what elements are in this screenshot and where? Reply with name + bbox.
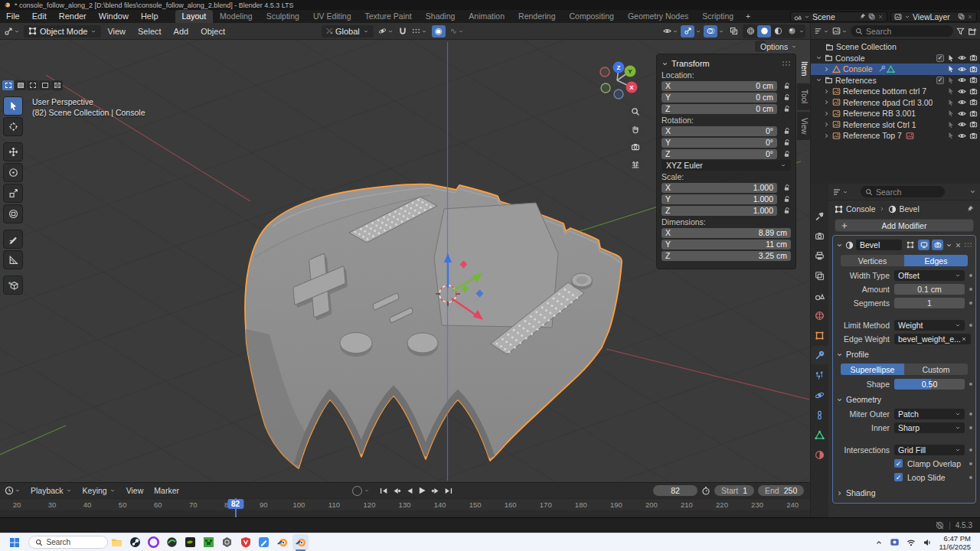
row-reference-bottom[interactable]: Reference bottom ctrl 7 [811,86,980,97]
scene-selector[interactable]: Scene [790,11,887,22]
collapse-icon[interactable] [836,242,843,249]
location-x-field[interactable]: X0 cm [662,81,777,91]
current-frame-badge[interactable]: 82 [227,499,243,509]
pin-icon[interactable] [966,205,974,213]
modifier-name-field[interactable]: Bevel [856,240,902,250]
filter-funnel-icon[interactable] [956,27,965,35]
clamp-overlap-checkbox[interactable]: ✓ [894,459,903,468]
collapse-icon[interactable] [662,60,668,67]
shading-rendered-button[interactable] [785,25,799,37]
hide-eye-icon[interactable] [958,109,966,118]
timeline-editor[interactable]: Playback Keying View Marker 82 Start1 En… [0,482,810,517]
realtime-toggle[interactable] [918,240,929,250]
tool-select-box[interactable] [3,96,23,116]
lock-icon[interactable] [783,195,791,203]
tool-measure[interactable] [3,250,23,269]
row-reference-rb[interactable]: Reference RB 3.001 [811,108,980,119]
axis-neg-x-ball[interactable] [600,67,609,77]
viewlayer-selector[interactable]: ViewLayer [890,11,977,22]
tab-shading[interactable]: Shading [419,10,462,23]
tool-scale[interactable] [3,184,23,203]
add-modifier-button[interactable]: Add Modifier [835,219,974,232]
miter-outer-dropdown[interactable]: Patch [894,409,965,419]
row-console-collection[interactable]: Console ✓ [811,53,980,64]
snap-target-selector[interactable] [412,27,427,35]
wifi-icon[interactable] [906,538,916,547]
render-camera-icon[interactable] [969,76,978,84]
hide-eye-icon[interactable] [958,87,966,96]
chevron-right-icon[interactable] [823,110,830,117]
3d-viewport[interactable]: User Perspective (82) Scene Collection |… [0,40,810,482]
outliner-filter-mode[interactable] [814,27,829,35]
console-mesh-object[interactable] [245,184,622,468]
tab-compositing[interactable]: Compositing [563,10,621,23]
render-camera-icon[interactable] [969,65,978,73]
tab-tool[interactable] [811,207,828,225]
taskbar-file-explorer-icon[interactable] [109,534,125,550]
tab-object[interactable] [811,326,828,344]
dimensions-z-field[interactable]: Z3.25 cm [662,251,791,261]
tool-transform[interactable] [3,204,23,223]
geometry-section-header[interactable]: Geometry [836,393,972,406]
chevron-right-icon[interactable] [823,66,830,73]
jump-to-start-button[interactable] [377,485,389,496]
tab-modifiers[interactable] [811,346,828,364]
jump-to-end-button[interactable] [443,485,454,496]
tab-scripting[interactable]: Scripting [695,10,740,23]
selectable-icon[interactable] [947,99,955,106]
row-reference-top[interactable]: Reference Top 7 [811,130,980,142]
segments-field[interactable]: 1 [894,298,965,308]
selectable-icon[interactable] [947,77,955,84]
menu-view[interactable]: View [101,27,132,36]
lock-icon[interactable] [783,150,791,158]
chevron-down-icon[interactable] [815,77,822,83]
render-camera-icon[interactable] [969,109,978,118]
row-reference-dpad[interactable]: Reference dpad Crtl 3.00 [811,97,980,109]
prev-keyframe-button[interactable] [390,485,402,496]
taskbar-minecraft-icon[interactable] [201,534,217,550]
tab-texture-paint[interactable]: Texture Paint [358,10,419,23]
lock-icon[interactable] [783,105,791,112]
menu-object[interactable]: Object [194,27,231,36]
menu-edit[interactable]: Edit [26,10,53,23]
taskbar-blender-active-icon[interactable] [292,534,309,550]
chevron-down-icon[interactable] [969,188,976,195]
taskbar-steam-icon[interactable] [127,534,143,550]
play-button[interactable] [416,485,428,496]
menu-add[interactable]: Add [168,27,195,36]
pivot-point-selector[interactable] [378,27,394,35]
lock-icon[interactable] [783,82,791,90]
axis-neg-y-ball[interactable] [601,83,610,93]
hide-eye-icon[interactable] [958,132,966,140]
object-types-visibility[interactable] [663,27,678,35]
selectable-icon[interactable] [947,109,955,117]
render-camera-icon[interactable] [969,98,978,106]
render-camera-icon[interactable] [969,132,978,140]
loop-slide-checkbox[interactable]: ✓ [894,473,903,481]
render-camera-icon[interactable] [969,54,978,62]
tab-constraints[interactable] [811,406,828,424]
render-camera-icon[interactable] [969,87,978,96]
menu-keying[interactable]: Keying [77,486,121,495]
shading-section-header[interactable]: Shading [836,487,972,499]
taskbar-app-green-icon[interactable] [164,534,180,550]
shape-slider[interactable]: 0.50 [894,379,965,390]
select-mode-invert[interactable] [39,80,51,90]
menu-window[interactable]: Window [93,10,135,23]
breadcrumb-modifier[interactable]: Bevel [900,204,920,214]
location-z-field[interactable]: Z0 cm [662,104,777,114]
taskbar-pen-app-icon[interactable] [256,534,272,550]
chevron-right-icon[interactable] [823,88,830,95]
chevron-right-icon[interactable] [823,99,830,106]
shading-solid-button[interactable] [757,25,771,37]
tab-view[interactable]: View [797,112,810,141]
new-viewlayer-icon[interactable] [958,13,965,20]
lock-icon[interactable] [783,207,791,214]
render-toggle[interactable] [932,240,943,250]
tab-physics[interactable] [811,386,828,404]
play-reverse-button[interactable] [403,485,415,496]
pin-icon[interactable] [859,13,866,20]
timeline-editor-type[interactable] [0,486,25,495]
taskbar-modrinth-icon[interactable] [219,534,235,550]
hide-eye-icon[interactable] [958,98,966,106]
